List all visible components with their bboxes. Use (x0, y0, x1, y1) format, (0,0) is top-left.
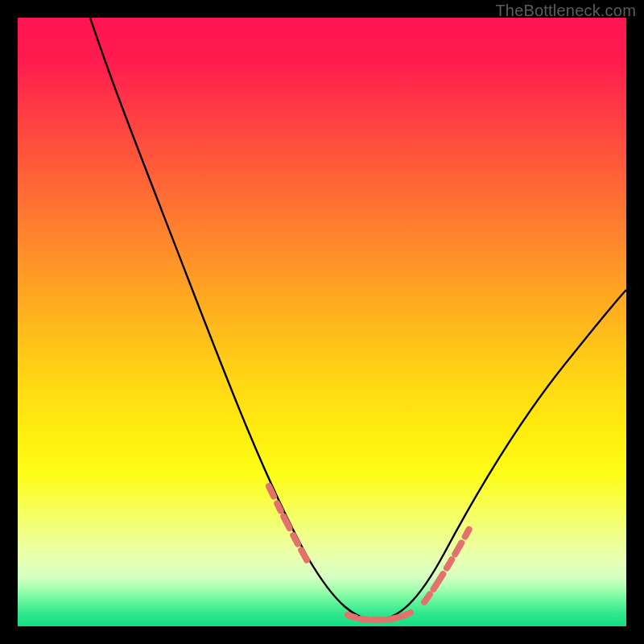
watermark-text: TheBottleneck.com (495, 2, 636, 20)
bottleneck-curve-svg (18, 18, 626, 626)
bottleneck-curve-line (90, 18, 626, 620)
highlight-bottom (348, 608, 419, 620)
highlight-right (424, 494, 489, 602)
chart-plot-area (18, 18, 626, 626)
